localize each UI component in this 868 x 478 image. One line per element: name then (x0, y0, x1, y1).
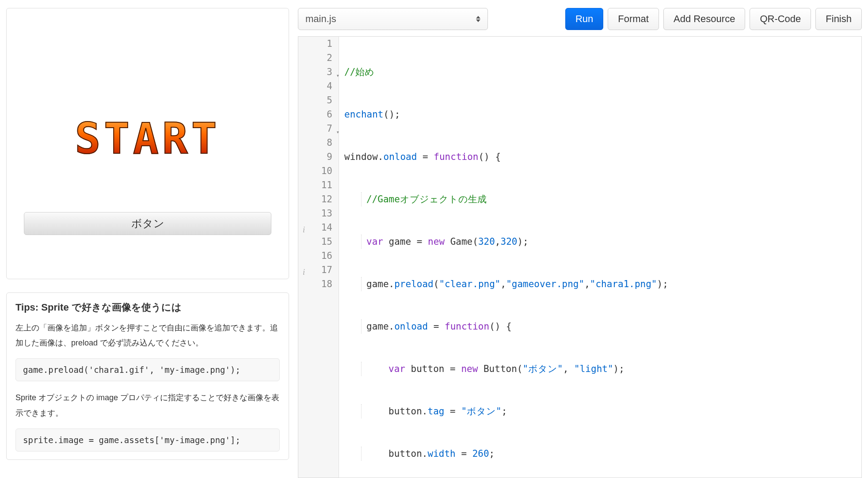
code-token: button = (405, 364, 461, 374)
code-token: game. (366, 321, 394, 332)
code-token: 320 (478, 236, 495, 247)
game-preview-canvas[interactable]: START ボタン (14, 15, 282, 272)
game-button[interactable]: ボタン (24, 212, 271, 235)
start-graphic[interactable]: START (75, 114, 221, 163)
code-token: ; (502, 406, 507, 417)
line-number: 12 (321, 192, 332, 206)
format-button[interactable]: Format (608, 8, 659, 30)
code-token: , (495, 236, 501, 247)
code-token: button. (388, 448, 428, 459)
app-root: START ボタン Tips: Sprite で好きな画像を使うには 左上の「画… (0, 0, 868, 478)
line-number: 5 (327, 93, 332, 107)
code-token: , (563, 364, 574, 374)
line-number: 14 (321, 220, 332, 235)
code-token: enchant (344, 109, 384, 120)
line-number: 10 (321, 164, 332, 178)
start-text: START (75, 114, 221, 163)
line-number: 2 (327, 51, 332, 65)
code-token: new (428, 236, 445, 247)
code-token: window (344, 152, 378, 162)
code-token: //Gameオブジェクトの生成 (366, 194, 487, 205)
file-select-value: main.js (305, 13, 336, 25)
code-token: "chara1.png" (590, 279, 657, 289)
line-number: 3 (327, 65, 332, 79)
code-token: , (584, 279, 590, 289)
tips-title: Tips: Sprite で好きな画像を使うには (15, 301, 280, 314)
code-token: "gameover.png" (506, 279, 584, 289)
code-token: (); (384, 109, 400, 120)
line-number: 11 (321, 178, 332, 192)
code-token: () { (478, 152, 501, 162)
tips-panel: Tips: Sprite で好きな画像を使うには 左上の「画像を追加」ボタンを押… (6, 292, 289, 460)
line-number: 18 (321, 277, 332, 291)
line-number: 17 (321, 263, 332, 277)
run-button[interactable]: Run (565, 8, 603, 30)
line-number: 15 (321, 235, 332, 249)
code-token: tag (428, 406, 445, 417)
file-select[interactable]: main.js (298, 8, 488, 30)
tips-paragraph-1: 左上の「画像を追加」ボタンを押すことで自由に画像を追加できます。追加した画像は、… (15, 320, 280, 350)
code-token: preload (394, 279, 434, 289)
line-number: 8 (327, 136, 332, 150)
qr-code-button[interactable]: QR-Code (750, 8, 811, 30)
code-token: 260 (472, 448, 489, 459)
code-token: var (366, 236, 383, 247)
line-number: 4 (327, 79, 332, 93)
line-number: 13 (321, 206, 332, 220)
code-token: ); (657, 279, 668, 289)
finish-button[interactable]: Finish (815, 8, 862, 30)
code-token: = (456, 448, 472, 459)
right-column: main.js Run Format Add Resource QR-Code … (298, 8, 862, 478)
code-token: . (378, 152, 384, 162)
line-number: 1 (327, 37, 332, 51)
code-token: ( (434, 279, 439, 289)
code-token: "ボタン" (461, 406, 501, 417)
code-token: onload (394, 321, 428, 332)
code-token: = (444, 406, 461, 417)
code-token: button. (388, 406, 428, 417)
code-token: "ボタン" (522, 364, 563, 374)
preview-panel: START ボタン (6, 8, 289, 279)
editor-code-area[interactable]: //始め enchant(); window.onload = function… (339, 37, 861, 478)
code-token: new (461, 364, 478, 374)
line-number: 9 (327, 150, 332, 164)
select-arrow-icon (476, 16, 480, 22)
code-token: function (434, 152, 478, 162)
code-token: width (428, 448, 456, 459)
editor-toolbar: main.js Run Format Add Resource QR-Code … (298, 8, 862, 30)
code-token: //始め (344, 67, 374, 77)
code-token: "clear.png" (439, 279, 500, 289)
code-token: "light" (574, 364, 613, 374)
code-token: var (388, 364, 405, 374)
code-token: game = (383, 236, 428, 247)
editor-gutter: 1 2 3▾ 4 5 6 7▾ 8 9 10 11 12 13 i14 15 1… (298, 37, 339, 478)
add-resource-button[interactable]: Add Resource (663, 8, 745, 30)
code-token: Button( (478, 364, 522, 374)
code-token: game. (366, 279, 394, 289)
code-token: ; (489, 448, 495, 459)
line-number: 7 (327, 121, 332, 136)
code-token: = (428, 321, 445, 332)
code-token: ); (613, 364, 624, 374)
left-column: START ボタン Tips: Sprite で好きな画像を使うには 左上の「画… (6, 8, 289, 478)
code-token: Game( (445, 236, 478, 247)
line-number: 6 (327, 107, 332, 121)
line-number: 16 (321, 249, 332, 263)
code-token: 320 (500, 236, 517, 247)
code-token: onload (384, 152, 417, 162)
code-token: function (445, 321, 489, 332)
tips-code-1: game.preload('chara1.gif', 'my-image.png… (15, 358, 280, 381)
code-editor[interactable]: 1 2 3▾ 4 5 6 7▾ 8 9 10 11 12 13 i14 15 1… (298, 36, 862, 478)
code-token: () { (489, 321, 512, 332)
code-token: , (500, 279, 506, 289)
tips-code-2: sprite.image = game.assets['my-image.png… (15, 429, 280, 451)
code-token: = (417, 152, 434, 162)
tips-paragraph-2: Sprite オブジェクトの image プロパティに指定することで好きな画像を… (15, 390, 280, 420)
code-token: ); (517, 236, 528, 247)
